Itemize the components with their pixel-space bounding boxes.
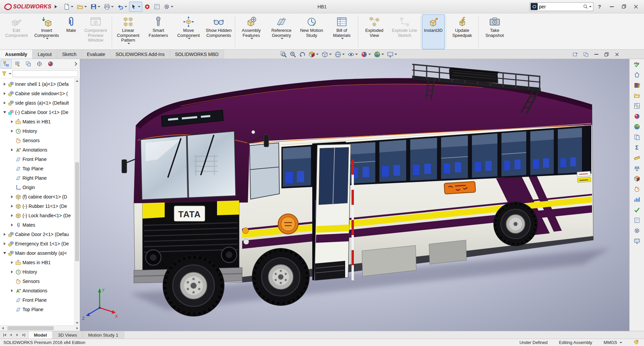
tree-item[interactable]: Cabine Door 2<1> (Defau (0, 230, 80, 239)
search-icon[interactable] (583, 4, 588, 9)
graphics-area[interactable]: TATA (80, 59, 629, 331)
spell-check-button[interactable] (631, 60, 643, 69)
bill-of-materials-button[interactable]: Bill of Materials (327, 14, 357, 49)
caret-down-icon[interactable] (3, 111, 7, 113)
tree-item[interactable]: (-) Cabine Door 1<1> (De (0, 108, 80, 117)
zoom-to-area-button[interactable] (289, 50, 297, 59)
home-resources-button[interactable] (631, 70, 643, 79)
restore-document-button[interactable] (602, 50, 611, 58)
scrollbar-thumb[interactable] (7, 326, 54, 330)
switch-window-button[interactable] (571, 50, 580, 58)
previous-view-button[interactable] (298, 50, 307, 59)
show-hidden-components-button[interactable]: Show Hidden Components (204, 14, 234, 49)
first-tab-button[interactable] (2, 333, 7, 338)
displaymanager-tab[interactable] (45, 60, 56, 68)
model-scene[interactable]: TATA (80, 59, 629, 331)
tree-horizontal-scrollbar[interactable] (0, 325, 80, 331)
screen-capture-button[interactable] (631, 236, 643, 245)
tree-item[interactable]: Sensors (0, 136, 80, 145)
tree-item[interactable]: Front Plane (0, 155, 80, 164)
tree-item[interactable]: Main door assembly (a)< (0, 248, 80, 258)
view-orientation-button[interactable] (321, 50, 333, 59)
caret-right-icon[interactable] (10, 130, 14, 132)
design-library-button[interactable] (631, 80, 643, 90)
tab-assembly[interactable]: Assembly (0, 50, 33, 59)
insert-components-button[interactable]: Insert Components (32, 14, 62, 49)
featuremanager-tab[interactable] (1, 60, 12, 68)
caret-right-icon[interactable] (10, 149, 14, 151)
statistics-button[interactable] (631, 195, 643, 204)
apply-scene-button[interactable] (373, 50, 385, 59)
tab-sketch[interactable]: Sketch (57, 50, 82, 59)
instant3d-button[interactable]: Instant3D (422, 14, 445, 49)
tab-solidworks-mbd[interactable]: SOLIDWORKS MBD (170, 50, 224, 59)
tree-item[interactable]: Mates (0, 220, 80, 230)
caret-right-icon[interactable] (3, 102, 7, 104)
view-palette-button[interactable] (631, 101, 643, 110)
search-scope-caret-icon[interactable] (589, 6, 592, 7)
reference-geometry-button[interactable]: Reference Geometry (266, 14, 297, 49)
mass-properties-button[interactable] (631, 164, 643, 173)
tree-item[interactable]: (f) cabine door<1> (D (0, 192, 80, 201)
restore-button[interactable] (618, 2, 630, 12)
custom-properties-button[interactable] (631, 132, 643, 141)
caret-right-icon[interactable] (10, 195, 14, 198)
linear-component-pattern-button[interactable]: Linear Component Pattern (113, 14, 143, 49)
tag-icon[interactable] (634, 340, 639, 345)
take-snapshot-button[interactable]: Take Snapshot (480, 14, 510, 49)
xpress-products-button[interactable] (143, 2, 152, 12)
caret-right-icon[interactable] (10, 271, 14, 273)
new-motion-study-button[interactable]: New Motion Study (297, 14, 327, 49)
dimxpertmanager-tab[interactable] (34, 60, 45, 68)
filter-icon[interactable] (2, 71, 7, 76)
equations-button[interactable] (631, 143, 643, 152)
scroll-right-arrow[interactable] (74, 326, 80, 331)
menu-expand-arrow[interactable] (53, 4, 58, 9)
tree-item[interactable]: side glass (a)<1> (Default (0, 98, 80, 108)
hide-show-items-button[interactable] (347, 50, 359, 59)
tab-layout[interactable]: Layout (33, 50, 57, 59)
update-speedpak-button[interactable]: Update Speedpak (447, 14, 477, 49)
tree-item[interactable]: Top Plane (0, 164, 80, 173)
caret-right-icon[interactable] (3, 233, 7, 236)
motion-study-tab[interactable]: Motion Study 1 (83, 331, 124, 339)
save-button[interactable] (89, 2, 102, 12)
section-view-button[interactable] (308, 50, 320, 59)
rear-wheel[interactable] (493, 202, 538, 246)
chevron-down-icon[interactable] (9, 73, 11, 74)
minimize-button[interactable] (606, 2, 618, 12)
zoom-to-fit-button[interactable] (279, 50, 288, 59)
scroll-up-arrow[interactable] (74, 78, 80, 83)
tree-item[interactable]: Emergency Exit 1<1> (De (0, 239, 80, 248)
tree-item[interactable]: Annotations (0, 286, 80, 295)
caret-right-icon[interactable] (10, 261, 14, 264)
tree-item[interactable]: Right Plane (0, 173, 80, 183)
cab-side-window[interactable] (250, 143, 279, 199)
sensors-button[interactable] (631, 184, 643, 193)
model-tab[interactable]: Model (29, 331, 53, 339)
new-document-button[interactable] (62, 2, 75, 12)
tab-evaluate[interactable]: Evaluate (82, 50, 110, 59)
section-properties-button[interactable] (631, 174, 643, 183)
measure-button[interactable] (631, 153, 643, 162)
tree-item[interactable]: (-) Lock handle<1> (De (0, 211, 80, 220)
assembly-features-button[interactable]: Assembly Features (236, 14, 266, 49)
tree-item[interactable]: History (0, 126, 80, 136)
design-journal-button[interactable] (152, 2, 162, 12)
tree-item[interactable]: Mates in HB1 (0, 258, 80, 267)
tree-item[interactable]: Front Plane (0, 295, 80, 305)
undo-button[interactable] (116, 2, 129, 12)
tree-item[interactable]: Origin (0, 183, 80, 192)
caret-right-icon[interactable] (3, 92, 7, 95)
panel-flyout-arrow[interactable] (72, 60, 79, 68)
caret-right-icon[interactable] (10, 214, 14, 217)
caret-right-icon[interactable] (10, 205, 14, 208)
scroll-down-arrow[interactable] (74, 321, 80, 325)
caret-right-icon[interactable] (3, 83, 7, 85)
caret-right-icon[interactable] (10, 289, 14, 292)
tree-item[interactable]: Top Plane (0, 305, 80, 314)
open-document-button[interactable] (75, 2, 89, 12)
help-button[interactable]: ? (596, 4, 603, 9)
design-journal-button[interactable] (631, 216, 643, 225)
caret-right-icon[interactable] (10, 224, 14, 226)
